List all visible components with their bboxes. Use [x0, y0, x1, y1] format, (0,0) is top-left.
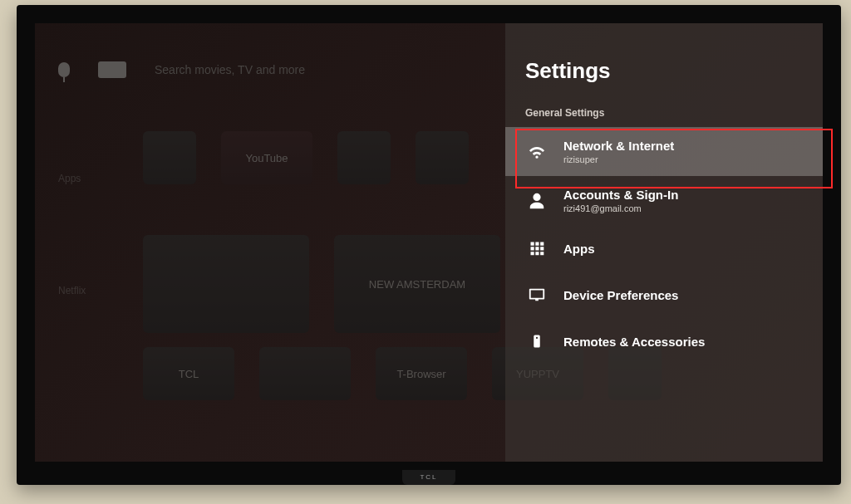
- menu-item-accounts[interactable]: Accounts & Sign-In rizi491@gmail.com: [505, 176, 823, 225]
- menu-item-network[interactable]: Network & Internet rizisuper: [505, 127, 823, 176]
- wifi-icon: [525, 143, 548, 161]
- keyboard-icon[interactable]: [98, 61, 126, 78]
- featured-tile-1[interactable]: [143, 235, 309, 333]
- tv-icon: [525, 286, 548, 304]
- app-tile-generic-1[interactable]: [143, 131, 196, 184]
- netflix-row-label: Netflix: [58, 285, 86, 296]
- menu-item-sub: rizi491@gmail.com: [563, 203, 678, 213]
- app-tile-tbrowser[interactable]: T-Browser: [376, 347, 467, 400]
- menu-item-device-preferences[interactable]: Device Preferences: [505, 272, 823, 318]
- menu-item-label: Apps: [563, 242, 595, 256]
- menu-item-label: Remotes & Accessories: [563, 335, 705, 349]
- menu-item-label: Accounts & Sign-In: [563, 188, 678, 202]
- menu-item-label: Device Preferences: [563, 288, 678, 302]
- settings-title: Settings: [505, 58, 823, 84]
- tv-brand-logo: TCL: [402, 470, 455, 485]
- menu-item-label: Network & Internet: [563, 139, 674, 153]
- menu-item-apps[interactable]: Apps: [505, 225, 823, 272]
- app-tile-tcl[interactable]: TCL: [143, 347, 234, 400]
- search-placeholder[interactable]: Search movies, TV and more: [155, 63, 305, 76]
- app-tile-generic-2[interactable]: [337, 131, 391, 184]
- menu-item-remotes[interactable]: Remotes & Accessories: [505, 318, 823, 365]
- mic-icon[interactable]: [58, 62, 70, 77]
- app-tile-generic-3[interactable]: [416, 131, 469, 184]
- apps-row-label: Apps: [58, 173, 81, 184]
- apps-grid-icon: [525, 240, 548, 257]
- search-row: Search movies, TV and more: [58, 61, 305, 78]
- app-tile-youtube[interactable]: YouTube: [221, 131, 312, 184]
- featured-row: NEW AMSTERDAM: [143, 235, 500, 333]
- settings-panel: Settings General Settings Network & Inte…: [505, 23, 823, 462]
- settings-section-label: General Settings: [505, 84, 823, 127]
- app-tile-generic-4[interactable]: [259, 347, 351, 400]
- account-icon: [525, 192, 548, 210]
- menu-item-sub: rizisuper: [563, 154, 674, 164]
- tv-screen: Search movies, TV and more Apps YouTube …: [35, 23, 823, 462]
- apps-row: YouTube: [143, 131, 469, 184]
- remote-icon: [525, 332, 548, 350]
- featured-tile-new-amsterdam[interactable]: NEW AMSTERDAM: [334, 235, 500, 333]
- tv-frame: Search movies, TV and more Apps YouTube …: [17, 5, 841, 485]
